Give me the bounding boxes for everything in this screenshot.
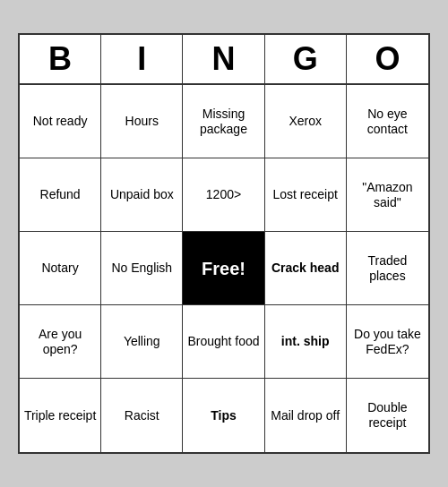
bingo-cell: "Amazon said" xyxy=(347,158,428,232)
header-letter: G xyxy=(265,35,347,83)
header-letter: O xyxy=(347,35,428,83)
bingo-cell: Yelling xyxy=(101,305,183,379)
bingo-cell: 1200> xyxy=(183,158,264,232)
header-letter: B xyxy=(20,35,101,83)
bingo-cell: Do you take FedEx? xyxy=(347,305,428,379)
bingo-cell: Not ready xyxy=(20,85,101,158)
bingo-cell: No English xyxy=(101,232,183,305)
bingo-cell: Free! xyxy=(183,232,264,305)
bingo-cell: Lost receipt xyxy=(265,158,347,232)
bingo-card: BINGO Not readyHoursMissing packageXerox… xyxy=(18,33,430,454)
bingo-cell: Refund xyxy=(20,158,101,232)
bingo-cell: Hours xyxy=(101,85,183,158)
bingo-cell: Xerox xyxy=(265,85,347,158)
bingo-cell: Unpaid box xyxy=(101,158,183,232)
bingo-cell: Are you open? xyxy=(20,305,101,379)
bingo-grid: Not readyHoursMissing packageXeroxNo eye… xyxy=(20,85,428,452)
bingo-cell: Notary xyxy=(20,232,101,305)
bingo-cell: Double receipt xyxy=(347,379,428,452)
bingo-header: BINGO xyxy=(20,35,428,85)
header-letter: I xyxy=(101,35,183,83)
header-letter: N xyxy=(183,35,264,83)
bingo-cell: Brought food xyxy=(183,305,264,379)
bingo-cell: Triple receipt xyxy=(20,379,101,452)
bingo-cell: Missing package xyxy=(183,85,264,158)
bingo-cell: Crack head xyxy=(265,232,347,305)
bingo-cell: No eye contact xyxy=(347,85,428,158)
bingo-cell: Traded places xyxy=(347,232,428,305)
bingo-cell: Mail drop off xyxy=(265,379,347,452)
bingo-cell: int. ship xyxy=(265,305,347,379)
bingo-cell: Racist xyxy=(101,379,183,452)
bingo-cell: Tips xyxy=(183,379,264,452)
